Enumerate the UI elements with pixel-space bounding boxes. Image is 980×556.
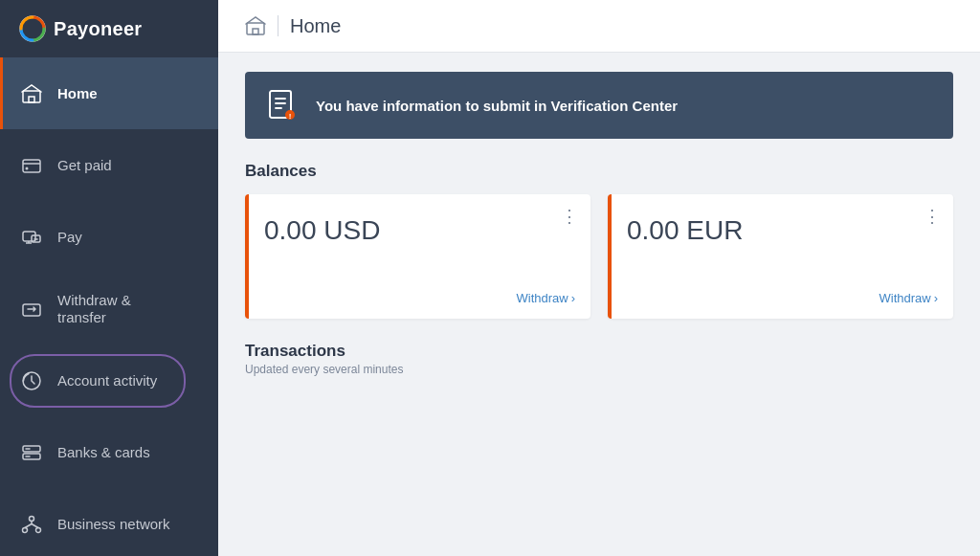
balance-card-eur-menu[interactable]: ⋮ — [924, 206, 942, 227]
balance-withdraw-usd[interactable]: Withdraw › — [516, 291, 575, 305]
content-area: ! You have information to submit in Veri… — [218, 53, 980, 556]
balance-amount-usd: 0.00 USD — [264, 215, 575, 281]
pay-icon — [19, 225, 44, 250]
svg-rect-5 — [23, 232, 35, 241]
sidebar-nav: Home Get paid — [0, 57, 218, 556]
banner-text: You have information to submit in Verifi… — [316, 98, 678, 114]
balance-withdraw-eur[interactable]: Withdraw › — [879, 291, 938, 305]
main-content: Home ! You have information to submit in… — [218, 0, 980, 556]
svg-rect-3 — [23, 160, 40, 172]
header-home-icon — [245, 15, 266, 36]
sidebar-item-account-activity[interactable]: Account activity — [0, 345, 218, 416]
balances-section-title: Balances — [245, 162, 953, 181]
balance-card-usd: ⋮ 0.00 USD Withdraw › — [245, 194, 590, 319]
svg-text:!: ! — [289, 112, 292, 121]
sidebar: Payoneer Home Get paid — [0, 0, 218, 556]
balance-card-eur: ⋮ 0.00 EUR Withdraw › — [608, 194, 953, 319]
sidebar-item-pay-label: Pay — [57, 229, 82, 246]
sidebar-item-get-paid-label: Get paid — [57, 157, 112, 174]
chevron-right-icon: › — [571, 291, 575, 305]
account-activity-icon — [19, 368, 44, 393]
logo-text: Payoneer — [54, 18, 142, 40]
transactions-subtitle: Updated every several minutes — [245, 363, 953, 376]
svg-rect-7 — [23, 304, 40, 316]
sidebar-item-banks-cards[interactable]: Banks & cards — [0, 416, 218, 488]
sidebar-item-home[interactable]: Home — [0, 57, 218, 129]
payoneer-logo-icon — [19, 15, 46, 42]
withdraw-icon — [19, 297, 44, 322]
sidebar-item-withdraw-label: Withdraw & transfer — [57, 292, 131, 326]
page-header: Home — [218, 0, 980, 53]
svg-rect-2 — [29, 97, 34, 102]
transactions-title: Transactions — [245, 342, 953, 361]
sidebar-item-business-network[interactable]: Business network — [0, 488, 218, 556]
sidebar-item-account-activity-label: Account activity — [57, 372, 157, 389]
sidebar-item-pay[interactable]: Pay — [0, 201, 218, 273]
balance-card-usd-menu[interactable]: ⋮ — [561, 206, 579, 227]
home-icon — [19, 81, 44, 106]
banner-icon: ! — [264, 87, 301, 123]
banks-cards-icon — [19, 440, 44, 465]
balances-row: ⋮ 0.00 USD Withdraw › ⋮ 0.00 EUR Withdra… — [245, 194, 953, 319]
sidebar-item-get-paid[interactable]: Get paid — [0, 129, 218, 201]
page-title: Home — [290, 15, 341, 37]
transactions-section: Transactions Updated every several minut… — [245, 342, 953, 376]
balance-amount-eur: 0.00 EUR — [627, 215, 938, 281]
sidebar-item-business-network-label: Business network — [57, 516, 170, 533]
svg-rect-15 — [253, 29, 258, 34]
sidebar-item-withdraw[interactable]: Withdraw & transfer — [0, 273, 218, 345]
svg-point-4 — [26, 167, 29, 169]
sidebar-item-home-label: Home — [57, 85, 98, 102]
business-network-icon — [19, 512, 44, 537]
sidebar-item-banks-cards-label: Banks & cards — [57, 444, 150, 461]
get-paid-icon — [19, 153, 44, 178]
verification-banner[interactable]: ! You have information to submit in Veri… — [245, 72, 953, 139]
header-divider — [278, 15, 278, 36]
chevron-right-icon: › — [934, 291, 938, 305]
logo-area: Payoneer — [0, 0, 218, 57]
